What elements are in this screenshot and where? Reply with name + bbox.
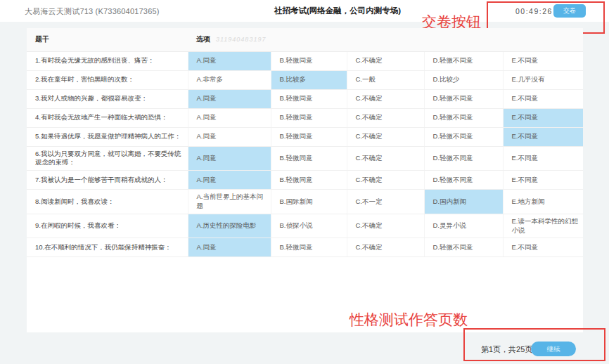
option-cell[interactable]: E.几乎没有: [503, 70, 583, 89]
submit-paper-button[interactable]: 交卷: [553, 4, 586, 18]
table-row: 2.我在童年时，害怕黑暗的次数：A.非常多B.比较多C.一般D.比较少E.几乎没…: [27, 70, 583, 89]
answer-table: 题干 选项311940483197 1.有时我会无缘无故的感到沮丧、痛苦：A.同…: [27, 28, 583, 257]
exam-title: 社招考试(网络金融，公司内测专场): [274, 6, 401, 16]
option-cell[interactable]: B.轻微同意: [271, 127, 347, 146]
answer-table-body: 1.有时我会无缘无故的感到沮丧、痛苦：A.同意B.轻微同意C.不确定D.轻微不同…: [27, 51, 583, 257]
table-header-row: 题干 选项311940483197: [27, 28, 583, 51]
question-cell: 10.在不顺利的情况下，我仍能保持精神振奋：: [27, 238, 188, 257]
option-cell[interactable]: D.轻微不同意: [424, 127, 503, 146]
question-card: 题干 选项311940483197 1.有时我会无缘无故的感到沮丧、痛苦：A.同…: [27, 28, 583, 332]
option-cell[interactable]: A.历史性的探险电影: [188, 214, 271, 238]
option-cell[interactable]: C.不一定: [347, 190, 424, 214]
option-cell[interactable]: C.不确定: [347, 108, 424, 127]
table-row: 6.我以为只要双方同意，就可以离婚，不要受传统观念的束缚：A.同意B.轻微同意C…: [27, 146, 583, 171]
option-cell[interactable]: C.不确定: [347, 238, 424, 257]
option-cell[interactable]: B.侦探小说: [271, 214, 347, 238]
option-cell[interactable]: C.不确定: [347, 127, 424, 146]
option-cell[interactable]: B.轻微同意: [271, 146, 347, 171]
option-cell[interactable]: C.不确定: [347, 146, 424, 171]
table-row: 7.我被认为是一个能够苦干而稍有成就的人：A.同意B.轻微同意C.不确定D.轻微…: [27, 171, 583, 190]
option-cell[interactable]: E.地方新闻: [503, 190, 583, 214]
option-cell[interactable]: E.不同意: [503, 127, 583, 146]
options-column-header: 选项311940483197: [188, 28, 583, 51]
options-header-label: 选项: [196, 35, 210, 43]
option-cell[interactable]: C.不确定: [347, 171, 424, 190]
option-cell[interactable]: A.同意: [188, 89, 271, 108]
option-cell[interactable]: E.不同意: [503, 89, 583, 108]
option-cell[interactable]: C.不确定: [347, 89, 424, 108]
option-cell[interactable]: B.轻微同意: [271, 89, 347, 108]
table-row: 5.如果待遇优厚，我愿意做护理精神病人的工作：A.同意B.轻微同意C.不确定D.…: [27, 127, 583, 146]
option-cell[interactable]: C.一般: [347, 70, 424, 89]
option-cell[interactable]: C.不确定: [347, 51, 424, 70]
table-row: 9.在闲暇的时候，我喜欢看：A.历史性的探险电影B.侦探小说C.不确定D.灵异小…: [27, 214, 583, 238]
table-row: 3.我对人或物的兴趣，都很容易改变：A.同意B.轻微同意C.不确定D.轻微不同意…: [27, 89, 583, 108]
option-cell[interactable]: A.非常多: [188, 70, 271, 89]
option-cell[interactable]: A.当前世界上的基本问题: [188, 190, 271, 214]
question-cell: 3.我对人或物的兴趣，都很容易改变：: [27, 89, 188, 108]
option-cell[interactable]: E.不同意: [503, 171, 583, 190]
option-cell[interactable]: D.轻微不同意: [424, 89, 503, 108]
continue-button[interactable]: 继续: [531, 342, 576, 356]
option-cell[interactable]: E.不同意: [503, 51, 583, 70]
option-cell[interactable]: B.国际新闻: [271, 190, 347, 214]
option-cell[interactable]: A.同意: [188, 171, 271, 190]
annotation-label-pages: 性格测试作答页数: [350, 310, 468, 330]
countdown-timer: 00:49:26: [515, 7, 553, 15]
option-cell[interactable]: B.轻微同意: [271, 171, 347, 190]
option-cell[interactable]: D.灵异小说: [424, 214, 503, 238]
watermark-text: 311940483197: [216, 36, 266, 43]
option-cell[interactable]: E.不同意: [503, 108, 583, 127]
option-cell[interactable]: E.读一本科学性的幻想小说: [503, 214, 583, 238]
option-cell[interactable]: D.轻微不同意: [424, 51, 503, 70]
question-cell: 6.我以为只要双方同意，就可以离婚，不要受传统观念的束缚：: [27, 146, 188, 171]
option-cell[interactable]: C.不确定: [347, 214, 424, 238]
question-cell: 1.有时我会无缘无故的感到沮丧、痛苦：: [27, 51, 188, 70]
option-cell[interactable]: D.轻微不同意: [424, 171, 503, 190]
question-cell: 8.阅读新闻时，我喜欢读：: [27, 190, 188, 214]
option-cell[interactable]: A.同意: [188, 108, 271, 127]
option-cell[interactable]: A.同意: [188, 238, 271, 257]
option-cell[interactable]: D.轻微不同意: [424, 108, 503, 127]
option-cell[interactable]: B.比较多: [271, 70, 347, 89]
question-cell: 5.如果待遇优厚，我愿意做护理精神病人的工作：: [27, 127, 188, 146]
question-cell: 2.我在童年时，害怕黑暗的次数：: [27, 70, 188, 89]
option-cell[interactable]: A.同意: [188, 127, 271, 146]
option-cell[interactable]: B.轻微同意: [271, 108, 347, 127]
page-indicator: 第1页，共25页: [481, 344, 532, 355]
option-cell[interactable]: D.轻微不同意: [424, 146, 503, 171]
option-cell[interactable]: D.比较少: [424, 70, 503, 89]
option-cell[interactable]: E.不同意: [503, 146, 583, 171]
table-row: 8.阅读新闻时，我喜欢读：A.当前世界上的基本问题B.国际新闻C.不一定D.国内…: [27, 190, 583, 214]
table-row: 10.在不顺利的情况下，我仍能保持精神振奋：A.同意B.轻微同意C.不确定D.轻…: [27, 238, 583, 257]
question-cell: 7.我被认为是一个能够苦干而稍有成就的人：: [27, 171, 188, 190]
app-title: 大易海云天测试713 (K733604017365): [25, 6, 160, 17]
option-cell[interactable]: B.轻微同意: [271, 238, 347, 257]
option-cell[interactable]: D.国内新闻: [424, 190, 503, 214]
option-cell[interactable]: A.同意: [188, 51, 271, 70]
question-cell: 9.在闲暇的时候，我喜欢看：: [27, 214, 188, 238]
option-cell[interactable]: A.同意: [188, 146, 271, 171]
question-column-header: 题干: [27, 28, 188, 51]
option-cell[interactable]: D.轻微不同意: [424, 238, 503, 257]
option-cell[interactable]: E.不同意: [503, 238, 583, 257]
table-row: 4.有时我会无故地产生一种面临大祸的恐惧：A.同意B.轻微同意C.不确定D.轻微…: [27, 108, 583, 127]
question-cell: 4.有时我会无故地产生一种面临大祸的恐惧：: [27, 108, 188, 127]
option-cell[interactable]: B.轻微同意: [271, 51, 347, 70]
header-bar: 大易海云天测试713 (K733604017365) 社招考试(网络金融，公司内…: [0, 0, 609, 22]
table-row: 1.有时我会无缘无故的感到沮丧、痛苦：A.同意B.轻微同意C.不确定D.轻微不同…: [27, 51, 583, 70]
